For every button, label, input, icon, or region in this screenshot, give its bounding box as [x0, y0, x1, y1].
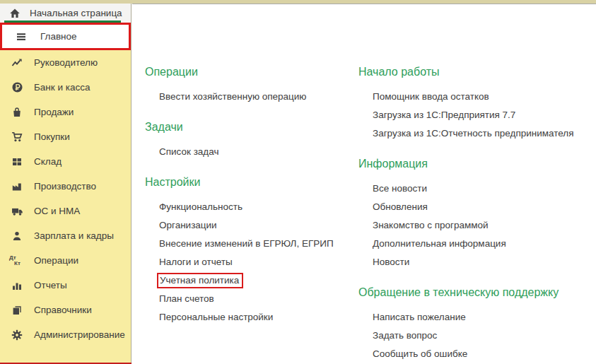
section-title: Обращение в техническую поддержку [358, 286, 592, 300]
home-page-tab[interactable]: Начальная страница [0, 4, 131, 23]
link-label: Список задач [159, 146, 219, 157]
sidebar-item-main[interactable]: Главное [0, 23, 131, 50]
link-ask-question[interactable]: Задать вопрос [373, 327, 592, 345]
section-tech-support: Обращение в техническую поддержку Написа… [358, 286, 592, 363]
section-title: Настройки [145, 175, 353, 189]
link-enter-business-operation[interactable]: Ввести хозяйственную операцию [159, 88, 353, 106]
sidebar-item-label: Руководителю [34, 57, 98, 68]
link-label: Все новости [373, 183, 427, 194]
link-updates[interactable]: Обновления [373, 198, 592, 216]
dt-kt-icon: Дт Кт [9, 254, 25, 267]
sidebar-item-label: Банк и касса [34, 82, 90, 93]
section-title: Начало работы [358, 65, 592, 79]
truck-icon [9, 205, 25, 218]
link-label: Обновления [373, 201, 428, 212]
link-label: Новости [373, 257, 409, 267]
home-page-label: Начальная страница [30, 8, 122, 18]
link-label: Дополнительная информация [373, 238, 506, 249]
link-label-highlighted: Учетная политика [157, 273, 243, 288]
person-icon [9, 230, 25, 242]
sidebar-item-administration[interactable]: Администрирование [0, 322, 131, 347]
section-title: Операции [145, 65, 353, 79]
link-import-1c-entrepreneur[interactable]: Загрузка из 1С:Отчетность предпринимател… [373, 124, 592, 143]
link-label: Помощник ввода остатков [373, 91, 489, 102]
section-settings: Настройки Функциональность Организации В… [145, 175, 353, 327]
sidebar-item-label: ОС и НМА [34, 206, 80, 216]
section-information: Информация Все новости Обновления Знаком… [358, 157, 592, 271]
link-label: Загрузка из 1С:Отчетность предпринимател… [373, 128, 574, 139]
link-label: Персональные настройки [159, 312, 273, 322]
sidebar-item-reports[interactable]: Отчеты [0, 273, 131, 298]
sidebar-item-label: Склад [34, 156, 62, 167]
menu-icon [13, 30, 29, 43]
sidebar-item-purchases[interactable]: Покупки [0, 124, 131, 149]
ruble-icon [9, 81, 25, 94]
link-import-1c-77[interactable]: Загрузка из 1С:Предприятия 7.7 [373, 106, 592, 124]
sidebar-item-label: Производство [34, 181, 96, 192]
link-label: Загрузка из 1С:Предприятия 7.7 [373, 110, 515, 120]
link-write-wish[interactable]: Написать пожелание [373, 308, 592, 327]
sidebar-item-fixed-assets[interactable]: ОС и НМА [0, 199, 131, 223]
link-label: Знакомство с программой [373, 220, 489, 230]
link-label: Написать пожелание [373, 312, 466, 322]
link-report-error[interactable]: Сообщить об ошибке [373, 345, 592, 363]
link-egrul-changes[interactable]: Внесение изменений в ЕГРЮЛ, ЕГРИП [159, 235, 353, 253]
bag-icon [9, 106, 25, 119]
gear-icon [9, 329, 25, 341]
link-label: Ввести хозяйственную операцию [159, 91, 307, 102]
section-operations: Операции Ввести хозяйственную операцию [145, 65, 353, 106]
sidebar-item-bank-cash[interactable]: Банк и касса [0, 75, 131, 100]
section-getting-started: Начало работы Помощник ввода остатков За… [358, 65, 592, 143]
sidebar-item-label: Администрирование [34, 329, 125, 340]
link-balance-entry-assistant[interactable]: Помощник ввода остатков [373, 88, 592, 106]
link-all-news[interactable]: Все новости [373, 180, 592, 198]
sidebar-item-directories[interactable]: Справочники [0, 298, 131, 322]
link-personal-settings[interactable]: Персональные настройки [159, 308, 353, 327]
sidebar-item-salary-hr[interactable]: Зарплата и кадры [0, 223, 131, 248]
link-label: Функциональность [159, 201, 243, 212]
sidebar-item-operations[interactable]: Дт Кт Операции [0, 248, 131, 273]
sidebar-item-label: Зарплата и кадры [34, 230, 114, 241]
section-title: Задачи [145, 120, 353, 134]
sidebar-item-manager[interactable]: Руководителю [0, 50, 131, 75]
warehouse-icon [9, 155, 25, 168]
link-functionality[interactable]: Функциональность [159, 198, 353, 216]
content-column-left: Операции Ввести хозяйственную операцию З… [145, 4, 353, 327]
sidebar-item-label: Главное [40, 31, 77, 42]
sidebar-item-label: Справочники [34, 305, 92, 315]
cart-icon [9, 131, 25, 143]
bar-chart-icon [9, 279, 25, 292]
sidebar-item-sales[interactable]: Продажи [0, 100, 131, 124]
trend-icon [9, 57, 25, 69]
link-label: Налоги и отчеты [159, 257, 233, 267]
link-additional-information[interactable]: Дополнительная информация [373, 235, 592, 253]
link-label: Задать вопрос [373, 330, 437, 341]
kt-label: Кт [14, 261, 21, 266]
sidebar-item-label: Отчеты [34, 280, 67, 290]
sidebar-item-production[interactable]: Производство [0, 174, 131, 199]
section-tasks: Задачи Список задач [145, 120, 353, 161]
link-organizations[interactable]: Организации [159, 216, 353, 235]
main-content: Операции Ввести хозяйственную операцию З… [132, 4, 596, 364]
link-chart-of-accounts[interactable]: План счетов [159, 290, 353, 308]
link-label: Сообщить об ошибке [373, 348, 467, 359]
link-label: План счетов [159, 293, 214, 304]
sidebar-item-label: Продажи [34, 107, 74, 117]
sidebar-item-label: Операции [34, 255, 78, 266]
sidebar-item-warehouse[interactable]: Склад [0, 149, 131, 174]
link-taxes-reports[interactable]: Налоги и отчеты [159, 253, 353, 271]
books-icon [9, 304, 25, 317]
link-news[interactable]: Новости [373, 253, 592, 271]
sidebar: Начальная страница Главное Руководителю … [0, 4, 132, 364]
home-icon [7, 7, 23, 20]
link-accounting-policy[interactable]: Учетная политика [159, 271, 353, 290]
link-label: Организации [159, 220, 217, 230]
sidebar-item-label: Покупки [34, 131, 70, 142]
link-label: Внесение изменений в ЕГРЮЛ, ЕГРИП [159, 238, 334, 249]
link-program-introduction[interactable]: Знакомство с программой [373, 216, 592, 235]
content-column-right: Начало работы Помощник ввода остатков За… [358, 4, 592, 363]
section-title: Информация [358, 157, 592, 171]
link-task-list[interactable]: Список задач [159, 143, 353, 161]
factory-icon [9, 180, 25, 193]
